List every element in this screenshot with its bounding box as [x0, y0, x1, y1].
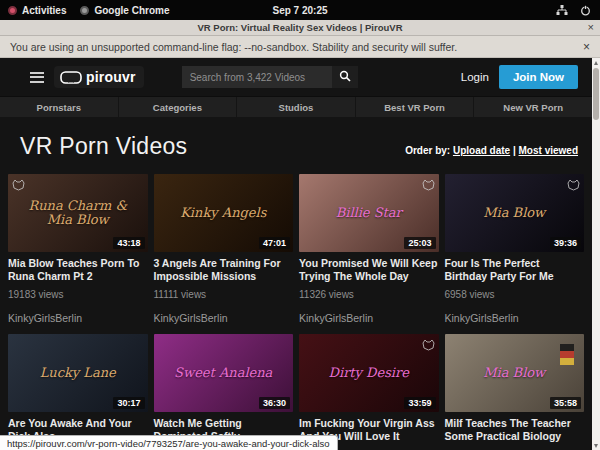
main-nav: Pornstars Categories Studios Best VR Por…: [0, 96, 592, 117]
thumbnail-overlay-text: Mia Blow: [473, 366, 555, 380]
site-logo[interactable]: pirouvr: [54, 66, 144, 88]
page-title: VR Porn Videos: [20, 133, 187, 160]
status-url: https://pirouvr.com/vr-porn-video/779325…: [7, 438, 330, 449]
duration-badge: 47:01: [259, 237, 290, 249]
video-thumbnail[interactable]: Mia Blow 35:58: [445, 334, 585, 412]
order-upload-date-link[interactable]: Upload date: [453, 145, 510, 156]
duration-badge: 36:30: [259, 397, 290, 409]
chrome-app-icon: [80, 6, 89, 15]
order-separator: |: [513, 145, 516, 156]
video-title[interactable]: You Promised We Will Keep Trying The Who…: [299, 257, 439, 282]
nav-pornstars[interactable]: Pornstars: [0, 97, 119, 117]
login-link[interactable]: Login: [461, 71, 489, 83]
video-title[interactable]: Milf Teaches The Teacher Some Practical …: [445, 417, 585, 442]
scrollbar-down-arrow-icon[interactable]: [592, 441, 600, 450]
video-card[interactable]: Lucky Lane 30:17 Are You Awake And Your …: [8, 334, 148, 450]
thumbnail-overlay-text: Runa Charm & Mia Blow: [8, 199, 148, 226]
chrome-infobar: You are using an unsupported command-lin…: [0, 36, 600, 58]
join-now-button[interactable]: Join Now: [499, 65, 578, 89]
activities-button[interactable]: Activities: [8, 5, 66, 16]
studio-cat-logo-icon: [422, 337, 435, 355]
video-views: 6958 views: [445, 289, 585, 300]
nav-new-vr-porn[interactable]: New VR Porn: [474, 97, 592, 117]
video-title[interactable]: Four Is The Perfect Birthday Party For M…: [445, 257, 585, 282]
video-studio-link[interactable]: KinkyGirlsBerlin: [299, 312, 439, 324]
video-studio-link[interactable]: KinkyGirlsBerlin: [8, 312, 148, 324]
video-card[interactable]: Runa Charm & Mia Blow 43:18 Mia Blow Tea…: [8, 174, 148, 324]
window-title: VR Porn: Virtual Reality Sex Videos | Pi…: [0, 22, 600, 33]
video-thumbnail[interactable]: Runa Charm & Mia Blow 43:18: [8, 174, 148, 252]
video-title[interactable]: Mia Blow Teaches Porn To Runa Charm Pt 2: [8, 257, 148, 282]
duration-badge: 39:36: [550, 237, 581, 249]
duration-badge: 35:58: [550, 397, 581, 409]
search-icon: [339, 70, 351, 85]
infobar-close-icon[interactable]: ×: [583, 40, 590, 54]
thumbnail-overlay-text: Kinky Angels: [170, 206, 276, 220]
browser-title-bar: VR Porn: Virtual Reality Sex Videos | Pi…: [0, 20, 600, 36]
video-thumbnail[interactable]: Lucky Lane 30:17: [8, 334, 148, 412]
nav-best-vr-porn[interactable]: Best VR Porn: [356, 97, 475, 117]
hamburger-menu-icon[interactable]: [30, 72, 44, 83]
site-logo-text: pirouvr: [86, 69, 136, 85]
order-by-label: Order by:: [405, 145, 450, 156]
video-card[interactable]: Billie Star 25:03 You Promised We Will K…: [299, 174, 439, 324]
video-views: 11111 views: [154, 289, 294, 300]
thumbnail-overlay-text: Lucky Lane: [30, 366, 126, 380]
nav-categories[interactable]: Categories: [119, 97, 238, 117]
vr-goggles-icon: [60, 71, 82, 84]
system-top-bar: Activities Google Chrome Sep 7 20:25: [0, 0, 600, 20]
site-header: pirouvr Login Join Now: [0, 58, 592, 96]
video-card[interactable]: Dirty Desire 33:59 Im Fucking Your Virgi…: [299, 334, 439, 450]
order-most-viewed-link[interactable]: Most viewed: [519, 145, 578, 156]
video-grid: Runa Charm & Mia Blow 43:18 Mia Blow Tea…: [0, 174, 592, 450]
link-status-bubble: https://pirouvr.com/vr-porn-video/779325…: [0, 435, 338, 450]
search-bar: [182, 66, 358, 88]
video-card[interactable]: Sweet Analena 36:30 Watch Me Getting Dom…: [154, 334, 294, 450]
video-thumbnail[interactable]: Billie Star 25:03: [299, 174, 439, 252]
power-icon[interactable]: [580, 5, 592, 16]
video-views: 11326 views: [299, 289, 439, 300]
page-viewport: pirouvr Login Join Now Pornstars Categor…: [0, 58, 600, 450]
video-views: 19183 views: [8, 289, 148, 300]
network-icon[interactable]: [556, 5, 568, 16]
thumbnail-overlay-text: Billie Star: [326, 206, 412, 220]
thumbnail-overlay-text: Mia Blow: [473, 206, 555, 220]
video-studio-link[interactable]: KinkyGirlsBerlin: [154, 312, 294, 324]
activities-label: Activities: [22, 5, 66, 16]
video-card[interactable]: Mia Blow 39:36 Four Is The Perfect Birth…: [445, 174, 585, 324]
duration-badge: 25:03: [404, 237, 435, 249]
video-thumbnail[interactable]: Kinky Angels 47:01: [154, 174, 294, 252]
duration-badge: 43:18: [113, 237, 144, 249]
order-by-controls: Order by: Upload date | Most viewed: [405, 145, 578, 156]
nav-studios[interactable]: Studios: [237, 97, 356, 117]
infobar-message: You are using an unsupported command-lin…: [10, 41, 457, 53]
duration-badge: 33:59: [404, 397, 435, 409]
screen-recording-icon: [8, 6, 17, 15]
studio-cat-logo-icon: [422, 177, 435, 195]
scrollbar-thumb[interactable]: [593, 68, 599, 120]
video-thumbnail[interactable]: Dirty Desire 33:59: [299, 334, 439, 412]
thumbnail-overlay-text: Dirty Desire: [319, 366, 419, 380]
studio-cat-logo-icon: [567, 177, 580, 195]
video-thumbnail[interactable]: Sweet Analena 36:30: [154, 334, 294, 412]
page-scrollbar[interactable]: [592, 58, 600, 450]
scrollbar-up-arrow-icon[interactable]: [592, 58, 600, 67]
app-menu-button[interactable]: Google Chrome: [80, 5, 169, 16]
app-menu-label: Google Chrome: [94, 5, 169, 16]
video-card[interactable]: Kinky Angels 47:01 3 Angels Are Training…: [154, 174, 294, 324]
page-heading-row: VR Porn Videos Order by: Upload date | M…: [0, 117, 592, 174]
thumbnail-overlay-text: Sweet Analena: [164, 366, 282, 380]
search-input[interactable]: [182, 66, 332, 88]
video-card[interactable]: Mia Blow 35:58 Milf Teaches The Teacher …: [445, 334, 585, 450]
german-flag-graphic: [560, 344, 574, 365]
duration-badge: 30:17: [113, 397, 144, 409]
video-thumbnail[interactable]: Mia Blow 39:36: [445, 174, 585, 252]
video-title[interactable]: 3 Angels Are Training For Impossible Mis…: [154, 257, 294, 282]
studio-cat-logo-icon: [12, 177, 25, 195]
window-close-icon[interactable]: ×: [588, 22, 594, 33]
video-studio-link[interactable]: KinkyGirlsBerlin: [445, 312, 585, 324]
search-button[interactable]: [332, 66, 358, 88]
